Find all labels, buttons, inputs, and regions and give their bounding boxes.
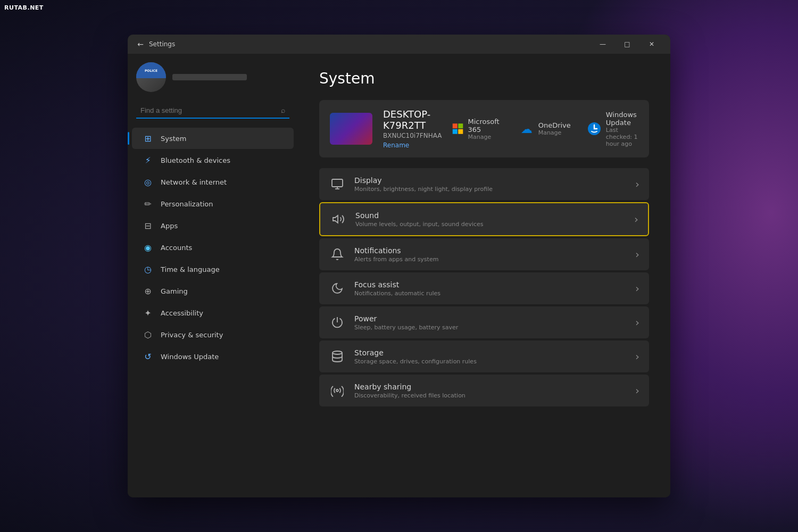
power-settings-title: Power — [354, 314, 627, 323]
search-icon[interactable]: ⌕ — [281, 106, 285, 114]
settings-item-storage[interactable]: StorageStorage space, drives, configurat… — [319, 340, 649, 372]
svg-rect-2 — [453, 129, 458, 134]
storage-settings-icon — [329, 348, 346, 365]
settings-item-display[interactable]: DisplayMonitors, brightness, night light… — [319, 168, 649, 200]
notifications-settings-text: NotificationsAlerts from apps and system — [354, 246, 627, 263]
sidebar-item-bluetooth[interactable]: ⚡Bluetooth & devices — [132, 149, 294, 171]
avatar: POLICE — [136, 62, 166, 92]
onedrive-title: OneDrive — [538, 121, 571, 129]
avatar-badge: POLICE — [136, 62, 166, 78]
winupdate-sub: Last checked: 1 hour ago — [606, 127, 638, 147]
display-settings-sub: Monitors, brightness, night light, displ… — [354, 186, 627, 193]
window-body: POLICE ⌕ ⊞System⚡Bluetooth & devices◎Net… — [128, 54, 670, 497]
window-controls: — □ ✕ — [591, 35, 664, 54]
sidebar-item-personalization[interactable]: ✏Personalization — [132, 193, 294, 214]
main-content: System DESKTOP-K79R2TT BXNUC10i7FNHAA Re… — [298, 54, 670, 497]
settings-item-sound[interactable]: SoundVolume levels, output, input, sound… — [319, 202, 649, 236]
pc-links: Microsoft 365Manage☁OneDriveManage Windo… — [452, 111, 638, 147]
focus-settings-icon — [329, 280, 346, 297]
settings-item-notifications[interactable]: NotificationsAlerts from apps and system… — [319, 238, 649, 270]
pc-info: DESKTOP-K79R2TT BXNUC10i7FNHAA Rename — [383, 109, 442, 149]
apps-icon: ⊟ — [143, 220, 153, 231]
sidebar-item-gaming[interactable]: ⊕Gaming — [132, 280, 294, 302]
nearby-settings-title: Nearby sharing — [354, 383, 627, 391]
notifications-settings-title: Notifications — [354, 246, 627, 255]
sound-settings-text: SoundVolume levels, output, input, sound… — [355, 211, 626, 228]
notifications-settings-icon — [329, 246, 346, 263]
title-bar: ← Settings — □ ✕ — [128, 35, 670, 54]
username-bar — [172, 74, 247, 80]
nav-items: ⊞System⚡Bluetooth & devices◎Network & in… — [128, 125, 298, 489]
sidebar-label-privacy: Privacy & security — [161, 331, 223, 339]
search-input[interactable] — [140, 106, 277, 114]
settings-item-power[interactable]: PowerSleep, battery usage, battery saver… — [319, 306, 649, 338]
ms365-sub: Manage — [468, 134, 503, 140]
maximize-button[interactable]: □ — [615, 35, 639, 54]
winupdate-title: Windows Update — [606, 111, 638, 127]
close-button[interactable]: ✕ — [639, 35, 664, 54]
bluetooth-icon: ⚡ — [143, 155, 153, 165]
sidebar-label-accounts: Accounts — [161, 244, 192, 252]
sidebar-label-personalization: Personalization — [161, 200, 213, 208]
sidebar-item-privacy[interactable]: ⬡Privacy & security — [132, 324, 294, 345]
system-icon: ⊞ — [143, 133, 153, 144]
sidebar-item-update[interactable]: ↺Windows Update — [132, 346, 294, 367]
display-settings-icon — [329, 176, 346, 193]
pc-card: DESKTOP-K79R2TT BXNUC10i7FNHAA Rename Mi… — [319, 100, 649, 157]
svg-rect-0 — [453, 123, 458, 128]
sidebar-item-time[interactable]: ◷Time & language — [132, 259, 294, 280]
window-title: Settings — [149, 40, 175, 48]
notifications-settings-sub: Alerts from apps and system — [354, 256, 627, 263]
onedrive-sub: Manage — [538, 129, 571, 136]
accounts-icon: ◉ — [143, 242, 153, 253]
sidebar-item-system[interactable]: ⊞System — [132, 128, 294, 149]
privacy-icon: ⬡ — [143, 329, 153, 340]
sidebar-item-apps[interactable]: ⊟Apps — [132, 215, 294, 236]
sidebar-item-accounts[interactable]: ◉Accounts — [132, 237, 294, 258]
profile-area: POLICE — [128, 62, 298, 103]
focus-settings-sub: Notifications, automatic rules — [354, 290, 627, 297]
sound-settings-title: Sound — [355, 211, 626, 220]
sound-settings-sub: Volume levels, output, input, sound devi… — [355, 221, 626, 228]
pc-thumbnail — [330, 113, 372, 145]
settings-window: ← Settings — □ ✕ POLICE — [128, 35, 670, 497]
settings-list: DisplayMonitors, brightness, night light… — [319, 168, 649, 406]
notifications-chevron-icon: › — [635, 248, 639, 261]
settings-item-focus[interactable]: Focus assistNotifications, automatic rul… — [319, 272, 649, 304]
ms365-text: Microsoft 365Manage — [468, 118, 503, 140]
sidebar-label-system: System — [161, 135, 186, 143]
sidebar-label-accessibility: Accessibility — [161, 309, 203, 317]
focus-settings-text: Focus assistNotifications, automatic rul… — [354, 280, 627, 297]
time-icon: ◷ — [143, 264, 153, 275]
settings-item-nearby[interactable]: Nearby sharingDiscoverability, received … — [319, 375, 649, 406]
search-box: ⌕ — [136, 103, 289, 119]
avatar-image: POLICE — [136, 62, 166, 92]
storage-chevron-icon: › — [635, 350, 639, 363]
onedrive-text: OneDriveManage — [538, 121, 571, 136]
username-area — [172, 74, 289, 80]
pc-link-winupdate[interactable]: Windows UpdateLast checked: 1 hour ago — [587, 111, 638, 147]
search-area: ⌕ — [128, 103, 298, 125]
page-title: System — [319, 70, 649, 87]
power-settings-icon — [329, 314, 346, 331]
pc-link-onedrive[interactable]: ☁OneDriveManage — [519, 111, 571, 147]
storage-settings-title: Storage — [354, 348, 627, 357]
sidebar-item-accessibility[interactable]: ✦Accessibility — [132, 302, 294, 323]
nearby-settings-sub: Discoverability, received files location — [354, 392, 627, 399]
sidebar-label-network: Network & internet — [161, 178, 227, 186]
sidebar-item-network[interactable]: ◎Network & internet — [132, 171, 294, 193]
svg-marker-8 — [333, 215, 338, 223]
power-settings-text: PowerSleep, battery usage, battery saver — [354, 314, 627, 331]
sound-chevron-icon: › — [634, 213, 638, 226]
storage-settings-sub: Storage space, drives, configuration rul… — [354, 358, 627, 365]
ms365-title: Microsoft 365 — [468, 118, 503, 134]
minimize-button[interactable]: — — [591, 35, 615, 54]
network-icon: ◎ — [143, 177, 153, 187]
winupdate-text: Windows UpdateLast checked: 1 hour ago — [606, 111, 638, 147]
nearby-settings-text: Nearby sharingDiscoverability, received … — [354, 383, 627, 399]
pc-rename-link[interactable]: Rename — [383, 142, 442, 149]
pc-link-ms365[interactable]: Microsoft 365Manage — [452, 111, 503, 147]
back-button[interactable]: ← — [136, 40, 145, 48]
pc-subtitle: BXNUC10i7FNHAA — [383, 132, 442, 139]
display-settings-text: DisplayMonitors, brightness, night light… — [354, 176, 627, 193]
